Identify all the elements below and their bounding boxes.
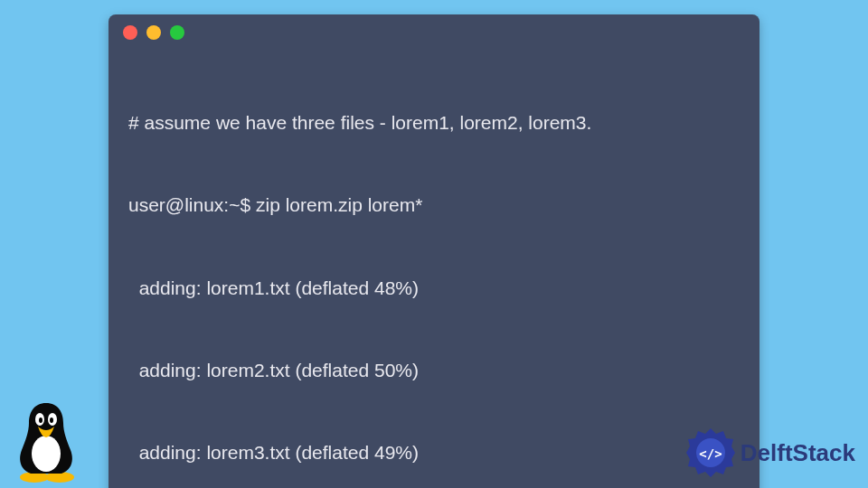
maximize-icon[interactable] (170, 25, 184, 40)
terminal-output: # assume we have three files - lorem1, l… (108, 51, 760, 488)
terminal-line: user@linux:~$ zip lorem.zip lorem* (128, 192, 740, 219)
minimize-icon[interactable] (146, 25, 161, 40)
brand-name: DelftStack (741, 439, 855, 467)
terminal-line: # assume we have three files - lorem1, l… (128, 109, 740, 136)
svg-point-5 (39, 418, 42, 423)
close-icon[interactable] (123, 25, 137, 40)
terminal-line: adding: lorem3.txt (deflated 49%) (128, 439, 740, 466)
brand-logo: </> DelftStack (686, 428, 855, 477)
svg-point-6 (50, 418, 53, 423)
terminal-line: adding: lorem2.txt (deflated 50%) (128, 357, 740, 384)
tux-icon (9, 398, 83, 483)
svg-point-2 (32, 436, 61, 472)
terminal-line: adding: lorem1.txt (deflated 48%) (128, 275, 740, 302)
terminal-window: # assume we have three files - lorem1, l… (108, 14, 760, 488)
gear-icon: </> (686, 428, 735, 477)
svg-text:</>: </> (699, 446, 722, 461)
window-titlebar (108, 14, 760, 51)
